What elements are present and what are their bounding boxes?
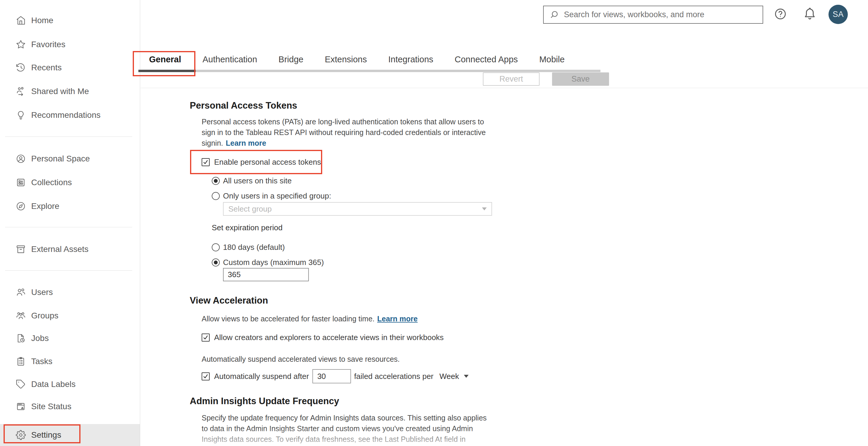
sidebar-item-shared-with-me[interactable]: Shared with Me [0,79,140,103]
group-select-placeholder: Select group [228,204,272,214]
custom-days-input[interactable] [223,268,309,281]
sidebar-divider [5,227,132,227]
custom-days-label: Custom days (maximum 365) [223,258,324,267]
sidebar-item-label: Explore [31,202,59,211]
tab-mobile[interactable]: Mobile [539,55,564,64]
sidebar-item-label: Favorites [31,40,65,49]
notifications-button[interactable] [803,7,817,21]
sidebar-divider [5,270,132,271]
sidebar-item-recents[interactable]: Recents [0,56,140,79]
shared-with-me-icon [16,86,26,97]
sidebar-item-label: Collections [31,178,72,187]
tab-underline-track [138,70,600,72]
admin-insights-title: Admin Insights Update Frequency [190,396,339,407]
period-dropdown-caret-icon[interactable] [464,375,469,378]
radio-all-users-row: All users on this site [212,176,291,185]
tab-extensions[interactable]: Extensions [325,55,367,64]
sidebar-item-collections[interactable]: Collections [0,171,140,194]
sidebar-item-label: External Assets [31,244,89,254]
auto-suspend-row: Automatically suspend after failed accel… [202,369,469,383]
personal-space-icon [16,153,26,164]
auto-suspend-checkbox[interactable] [202,372,210,380]
users-icon [16,287,26,298]
site-status-icon [16,401,26,412]
home-icon [16,15,26,26]
sidebar-item-label: Home [31,16,54,25]
sidebar-item-label: Shared with Me [31,87,89,96]
star-icon [16,39,26,50]
auto-suspend-suffix: failed accelerations per [354,372,433,381]
settings-tabs: General Authentication Bridge Extensions… [149,50,564,68]
tab-connected-apps[interactable]: Connected Apps [455,55,518,64]
sidebar-item-label: Groups [31,311,59,320]
help-button[interactable] [774,7,787,21]
auto-suspend-prefix: Automatically suspend after [214,372,309,381]
all-users-label: All users on this site [223,176,291,185]
expiration-period-label: Set expiration period [212,223,282,232]
search-icon [549,10,559,20]
tab-general[interactable]: General [149,55,181,64]
sidebar-item-external-assets[interactable]: External Assets [0,237,140,261]
sidebar-item-explore[interactable]: Explore [0,194,140,218]
sidebar-item-settings[interactable]: Settings [0,424,140,446]
tab-integrations[interactable]: Integrations [389,55,434,64]
tab-bridge[interactable]: Bridge [279,55,304,64]
sidebar-item-label: Personal Space [31,154,90,164]
tab-authentication[interactable]: Authentication [203,55,257,64]
sidebar-item-label: Tasks [31,357,53,366]
sidebar-item-home[interactable]: Home [0,9,140,32]
sidebar-item-label: Site Status [31,402,71,411]
admin-insights-description: Specify the update frequency for Admin I… [202,412,487,446]
search-input[interactable] [563,10,758,20]
recents-clock-icon [16,62,26,73]
sidebar-item-groups[interactable]: Groups [0,304,140,328]
group-select[interactable]: Select group [223,202,492,216]
suspend-note: Automatically suspend accelerated views … [202,355,400,364]
groups-icon [16,310,26,321]
selected-tab-underline [138,70,196,72]
sidebar-item-label: Recommendations [31,110,100,120]
all-users-radio[interactable] [212,177,220,185]
specified-group-radio[interactable] [212,192,220,200]
revert-button[interactable]: Revert [483,72,539,86]
sidebar-item-label: Recents [31,63,62,72]
specified-group-label: Only users in a specified group: [223,192,331,201]
chevron-down-icon [482,207,487,210]
search-box[interactable] [543,6,763,24]
view-acceleration-learn-more-link[interactable]: Learn more [377,314,417,323]
sidebar-item-recommendations[interactable]: Recommendations [0,103,140,127]
avatar[interactable]: SA [829,5,848,24]
lightbulb-icon [16,110,26,121]
external-assets-icon [16,244,26,254]
suspend-period-value[interactable]: Week [439,372,459,381]
sidebar-item-personal-space[interactable]: Personal Space [0,147,140,171]
sidebar-item-jobs[interactable]: Jobs [0,327,140,350]
radio-specified-group-row: Only users in a specified group: [212,192,331,201]
default-days-label: 180 days (default) [223,243,285,252]
allow-acceleration-row: Allow creators and explorers to accelera… [202,333,444,342]
explore-compass-icon [16,201,26,212]
pat-learn-more-link[interactable]: Learn more [226,139,266,147]
save-button[interactable]: Save [552,72,609,86]
custom-days-radio[interactable] [212,259,220,267]
failed-accelerations-input[interactable] [312,369,351,383]
bell-icon [803,7,817,21]
view-acceleration-title: View Acceleration [190,295,268,306]
sidebar-item-label: Users [31,287,53,297]
sidebar-item-favorites[interactable]: Favorites [0,33,140,56]
enable-pat-checkbox[interactable] [202,158,210,166]
allow-acceleration-label: Allow creators and explorers to accelera… [214,333,444,342]
gear-icon [16,430,26,440]
sidebar-item-tasks[interactable]: Tasks [0,349,140,373]
sidebar-item-label: Data Labels [31,380,75,389]
sidebar: Home Favorites Recents Shared with Me Re… [0,0,140,446]
allow-acceleration-checkbox[interactable] [202,334,210,342]
sidebar-item-users[interactable]: Users [0,280,140,304]
tag-icon [16,379,26,390]
pat-section-title: Personal Access Tokens [190,100,297,111]
sidebar-item-site-status[interactable]: Site Status [0,394,140,418]
view-acceleration-description-text: Allow views to be accelerated for faster… [202,314,374,323]
sidebar-item-data-labels[interactable]: Data Labels [0,372,140,396]
default-days-radio[interactable] [212,243,220,251]
tasks-icon [16,356,26,367]
